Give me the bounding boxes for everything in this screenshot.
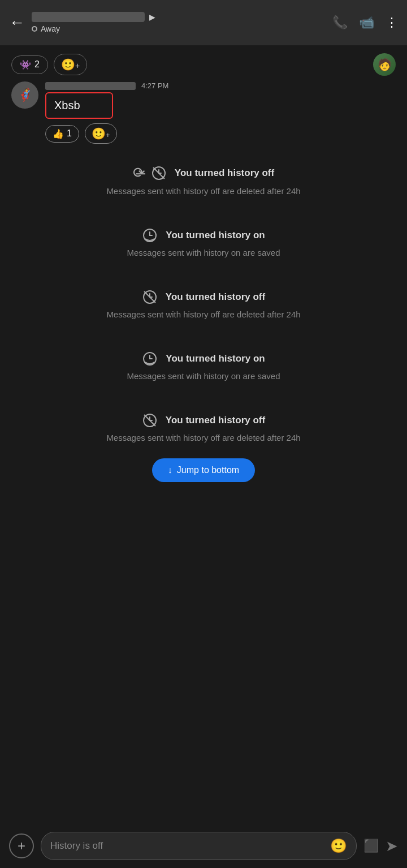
- back-button[interactable]: ←: [9, 14, 25, 32]
- message-bubble: Xbsb: [45, 92, 113, 119]
- header-title-area: ▶ Away: [32, 12, 326, 33]
- play-icon: ▶: [149, 12, 155, 22]
- image-button[interactable]: ⬛: [363, 839, 379, 853]
- history-item-1: You turned history on Messages sent with…: [0, 212, 407, 273]
- message-add-reaction-button[interactable]: 🙂+: [85, 123, 117, 144]
- sender-avatar: 🦸: [11, 81, 38, 109]
- history-off-svg-4: [142, 412, 158, 428]
- history-title-row-3: You turned history on: [142, 351, 265, 367]
- message-time: 4:27 PM: [141, 81, 168, 90]
- emoji-picker-button[interactable]: 🙂: [330, 838, 347, 854]
- message-text: Xbsb: [54, 99, 80, 111]
- contact-name-placeholder: [32, 12, 145, 22]
- space-invader-emoji: 👾: [20, 59, 31, 70]
- thumbs-up-chip[interactable]: 👍 1: [45, 125, 79, 143]
- phone-button[interactable]: 📞: [332, 15, 348, 30]
- history-subtitle-3: Messages sent with history on are saved: [127, 371, 280, 381]
- message-input[interactable]: History is off: [50, 840, 324, 852]
- history-off-svg-0: [151, 165, 167, 181]
- send-button[interactable]: ➤: [386, 837, 398, 855]
- history-title-2: You turned history off: [166, 291, 265, 303]
- header: ← ▶ Away 📞 📹 ⋮: [0, 0, 407, 45]
- history-events-list: ⟳̶ You turned history off Messages sent …: [0, 148, 407, 458]
- history-title-row-4: You turned history off: [142, 412, 265, 428]
- history-subtitle-4: Messages sent with history off are delet…: [106, 433, 300, 442]
- more-menu-button[interactable]: ⋮: [386, 15, 398, 30]
- history-subtitle-2: Messages sent with history off are delet…: [106, 310, 300, 319]
- history-item-3: You turned history on Messages sent with…: [0, 335, 407, 397]
- space-invader-reaction-chip[interactable]: 👾 2: [11, 55, 48, 74]
- message-input-container[interactable]: History is off 🙂: [41, 832, 357, 860]
- message-area: 🦸 4:27 PM Xbsb 👍 1 🙂+: [0, 81, 407, 144]
- history-title-0: You turned history off: [175, 167, 274, 179]
- status-dot-icon: [32, 26, 37, 32]
- thumbs-up-count: 1: [67, 128, 72, 139]
- add-reaction-button[interactable]: 🙂+: [54, 54, 87, 75]
- jump-arrow-icon: ↓: [168, 465, 172, 475]
- space-invader-count: 2: [34, 59, 40, 70]
- history-title-row-2: You turned history off: [142, 289, 265, 305]
- header-status: Away: [32, 24, 326, 33]
- history-item-2: You turned history off Messages sent wit…: [0, 273, 407, 335]
- jump-to-bottom-container: ↓ Jump to bottom: [11, 458, 396, 482]
- status-label: Away: [41, 24, 60, 33]
- history-title-row-1: You turned history on: [142, 227, 265, 243]
- top-reaction-row: 👾 2 🙂+ 🧑: [0, 45, 407, 81]
- add-content-button[interactable]: +: [9, 833, 34, 858]
- history-title-3: You turned history on: [166, 353, 265, 364]
- history-off-icon-0: ⟳̶: [133, 164, 145, 182]
- history-title-1: You turned history on: [166, 230, 265, 241]
- plus-icon: +: [18, 838, 25, 854]
- history-item-0: ⟳̶ You turned history off Messages sent …: [0, 148, 407, 212]
- input-bar: + History is off 🙂 ⬛ ➤: [0, 824, 407, 868]
- history-title-row-0: ⟳̶ You turned history off: [133, 164, 274, 182]
- message-meta: 4:27 PM: [45, 81, 396, 90]
- user-avatar: 🧑: [373, 53, 396, 76]
- message-row: 🦸 4:27 PM Xbsb 👍 1 🙂+: [11, 81, 396, 144]
- history-off-svg-2: [142, 289, 158, 305]
- jump-label: Jump to bottom: [177, 465, 239, 475]
- history-on-svg-3: [142, 351, 158, 367]
- history-subtitle-1: Messages sent with history on are saved: [127, 248, 280, 257]
- jump-to-bottom-button[interactable]: ↓ Jump to bottom: [152, 458, 255, 482]
- history-on-svg-1: [142, 227, 158, 243]
- header-name-bar: ▶: [32, 12, 326, 22]
- sender-name-placeholder: [45, 82, 136, 90]
- avatar-top-right: 🧑: [373, 53, 396, 76]
- message-content: 4:27 PM Xbsb 👍 1 🙂+: [45, 81, 396, 144]
- header-icons: 📞 📹 ⋮: [332, 15, 398, 30]
- history-subtitle-0: Messages sent with history off are delet…: [106, 186, 300, 196]
- scroll-content: 👾 2 🙂+ 🧑 🦸 4:27 PM Xbsb 👍: [0, 45, 407, 539]
- history-title-4: You turned history off: [166, 415, 265, 426]
- video-button[interactable]: 📹: [359, 15, 374, 30]
- thumbs-up-emoji: 👍: [53, 128, 64, 139]
- message-reactions: 👍 1 🙂+: [45, 123, 396, 144]
- history-item-4: You turned history off Messages sent wit…: [0, 397, 407, 458]
